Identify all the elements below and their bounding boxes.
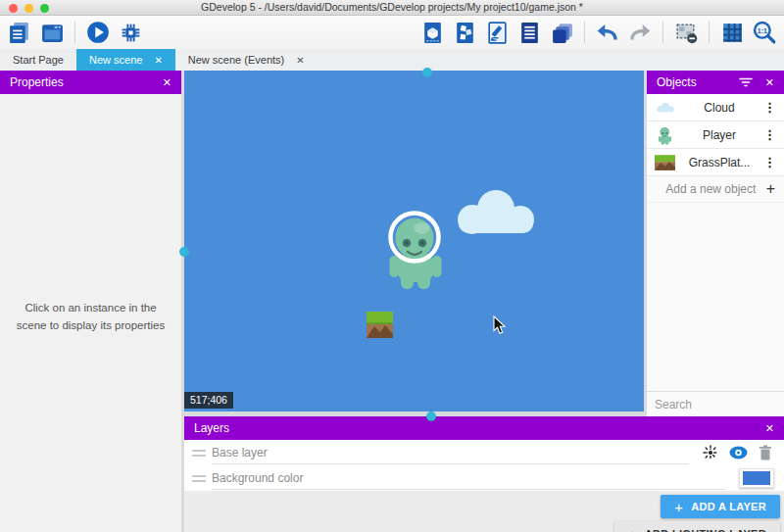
play-preview-icon (85, 20, 111, 45)
plus-icon: + (628, 527, 637, 532)
toolbar-right-group: 1:1 (418, 19, 778, 46)
edit-scene-icon (485, 21, 510, 45)
cursor-coordinates-badge: 517;406 (184, 392, 233, 409)
tab-bar: Start Page New scene ✕ New scene (Events… (0, 49, 784, 71)
undo-icon (595, 20, 620, 45)
panel-title: Objects (657, 75, 697, 89)
player-instance[interactable] (384, 208, 447, 290)
player-thumbnail-icon (654, 123, 676, 146)
tab-new-scene-events[interactable]: New scene (Events) ✕ (175, 49, 318, 71)
objects-panel-header: Objects ✕ (647, 71, 784, 94)
close-tab-icon[interactable]: ✕ (154, 55, 162, 66)
drag-handle-icon[interactable] (192, 475, 206, 482)
plus-icon: + (674, 500, 683, 514)
search-input[interactable] (655, 398, 784, 411)
grid-icon (720, 21, 745, 45)
object-menu-icon[interactable]: ⋮ (762, 127, 777, 142)
undo-button[interactable] (594, 19, 621, 46)
object-row-player[interactable]: Player ⋮ (647, 121, 784, 149)
mask-button[interactable] (672, 19, 700, 46)
filter-icon[interactable] (738, 75, 754, 89)
close-icon[interactable]: ✕ (765, 76, 774, 89)
zoom-original-button[interactable]: 1:1 (751, 19, 778, 46)
object-menu-icon[interactable]: ⋮ (762, 100, 777, 115)
layers-panel: Layers ✕ Base layer Background color + A… (184, 416, 784, 532)
grid-button[interactable] (718, 19, 746, 46)
window-titlebar: GDevelop 5 - /Users/david/Documents/GDev… (0, 0, 784, 16)
window-title: GDevelop 5 - /Users/david/Documents/GDev… (0, 0, 784, 15)
scene-properties-button[interactable] (418, 19, 446, 46)
add-lighting-layer-button[interactable]: + ADD LIGHTING LAYER (614, 521, 780, 532)
instances-list-icon (517, 21, 542, 45)
lighting-icon[interactable] (703, 445, 718, 460)
scene-editor-button[interactable] (38, 19, 66, 46)
mouse-cursor (493, 315, 506, 335)
properties-panel: Properties ✕ Click on an instance in the… (0, 71, 181, 532)
trash-icon[interactable] (759, 445, 772, 460)
panel-resize-handle-left[interactable] (179, 247, 189, 257)
properties-hint-text: Click on an instance in the scene to dis… (10, 300, 172, 335)
edit-scene-button[interactable] (483, 19, 511, 46)
add-layer-button[interactable]: + ADD A LAYER (661, 495, 780, 518)
cloud-instance[interactable] (447, 184, 545, 239)
layers-stack-icon (550, 21, 574, 45)
objects-editor-button[interactable] (451, 19, 478, 46)
layers-stack-button[interactable] (548, 19, 575, 46)
tab-new-scene[interactable]: New scene ✕ (76, 49, 175, 71)
object-name: GrassPlat... (676, 156, 762, 169)
close-icon[interactable]: ✕ (163, 76, 172, 89)
svg-text:1:1: 1:1 (758, 27, 767, 34)
layers-panel-header: Layers ✕ (184, 416, 784, 440)
project-manager-icon (8, 21, 32, 45)
maximize-window-button[interactable] (40, 4, 49, 13)
layer-row-background-color[interactable]: Background color (184, 465, 784, 491)
objects-panel: Objects ✕ Cloud ⋮ Player ⋮ GrassPlat... … (647, 71, 784, 416)
objects-search (647, 391, 784, 416)
tab-label: New scene (Events) (188, 54, 284, 66)
redo-icon (627, 20, 653, 45)
project-manager-button[interactable] (6, 19, 33, 46)
layer-name-field[interactable]: Base layer (212, 442, 689, 464)
cloud-thumbnail-icon (654, 96, 676, 119)
tab-start-page[interactable]: Start Page (0, 49, 76, 71)
scene-properties-icon (420, 21, 445, 45)
close-tab-icon[interactable]: ✕ (296, 55, 304, 66)
toolbar-separator (584, 22, 585, 43)
scene-canvas[interactable]: 517;406 (184, 71, 644, 411)
drag-handle-icon[interactable] (192, 450, 206, 457)
close-window-button[interactable] (9, 4, 18, 13)
object-name: Player (676, 128, 762, 142)
play-preview-button[interactable] (84, 19, 112, 46)
add-new-object-button[interactable]: Add a new object + (647, 176, 784, 203)
visibility-eye-icon[interactable] (729, 446, 748, 459)
tab-label: New scene (89, 54, 142, 66)
redo-button[interactable] (626, 19, 654, 46)
grass-platform-instance[interactable] (367, 312, 393, 338)
object-menu-icon[interactable]: ⋮ (762, 155, 777, 169)
layer-name-field[interactable]: Background color (212, 467, 725, 490)
add-lighting-layer-label: ADD LIGHTING LAYER (645, 528, 766, 532)
toolbar-separator (709, 22, 710, 43)
tab-label: Start Page (13, 54, 64, 66)
toolbar-left-group (6, 19, 144, 46)
layer-row-base[interactable]: Base layer (184, 440, 784, 465)
object-row-cloud[interactable]: Cloud ⋮ (647, 94, 784, 121)
object-row-grassplatform[interactable]: GrassPlat... ⋮ (647, 149, 784, 176)
panel-title: Layers (194, 421, 229, 435)
properties-panel-header: Properties ✕ (0, 71, 181, 94)
mask-icon (674, 21, 699, 45)
toolbar-separator (662, 22, 663, 43)
grass-platform-thumbnail-icon (654, 151, 676, 173)
close-icon[interactable]: ✕ (765, 422, 774, 435)
background-color-swatch[interactable] (739, 468, 774, 488)
debug-button[interactable] (117, 19, 144, 46)
zoom-1-1-icon: 1:1 (752, 20, 777, 45)
minimize-window-button[interactable] (24, 4, 33, 13)
instances-list-button[interactable] (515, 19, 543, 46)
panel-title: Properties (10, 75, 64, 89)
add-layer-label: ADD A LAYER (691, 501, 766, 512)
panel-resize-handle-bottom[interactable] (426, 411, 436, 421)
object-name: Cloud (676, 101, 762, 115)
panel-resize-handle-top[interactable] (422, 68, 432, 77)
main-toolbar: 1:1 (0, 16, 784, 49)
